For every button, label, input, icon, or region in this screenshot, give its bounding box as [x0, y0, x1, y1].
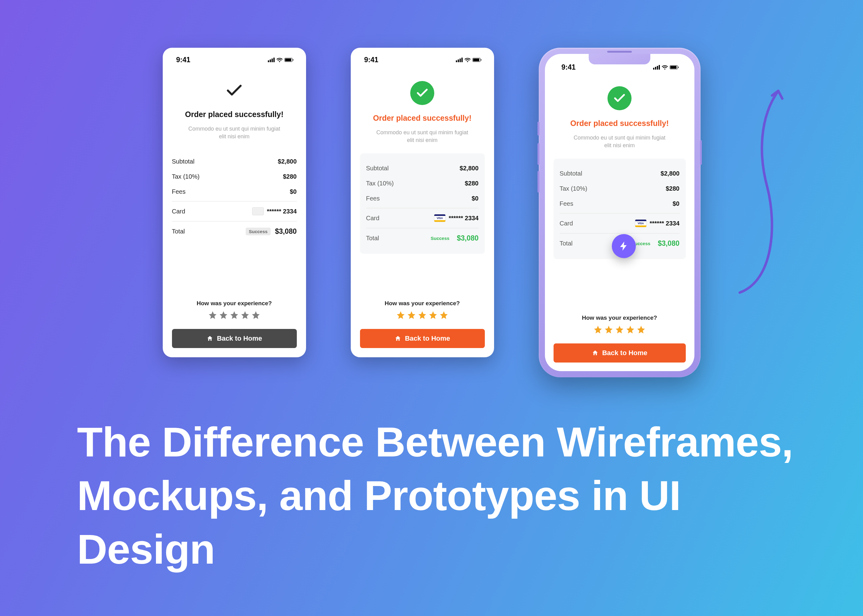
value-total: $3,080 [275, 227, 296, 236]
status-badge: Success [427, 234, 452, 242]
device-button [537, 122, 539, 135]
device-notch [589, 54, 650, 64]
device-button [700, 140, 702, 165]
order-subtitle: Commodo eu ut sunt qui minim fugiat elit… [373, 129, 472, 144]
rating-stars[interactable] [208, 310, 260, 320]
battery-icon [670, 65, 678, 69]
status-right [268, 58, 293, 62]
rating-stars[interactable] [396, 310, 449, 320]
receipt: Subtotal$2,800 Tax (10%)$280 Fees$0 Card… [360, 153, 485, 254]
label-tax: Tax (10%) [172, 173, 200, 180]
value-subtotal: $2,800 [660, 170, 679, 177]
star-icon[interactable] [240, 310, 250, 320]
row-card: CardVISA****** 2334 [366, 210, 479, 226]
label-card: Card [560, 220, 573, 227]
rating-area: How was your experience? [360, 291, 485, 320]
label-tax: Tax (10%) [366, 180, 394, 187]
phone-mockup: 9:41 Order placed successfully! Commodo … [351, 48, 494, 357]
button-label: Back to Home [217, 335, 262, 343]
back-to-home-button[interactable]: Back to Home [554, 343, 686, 363]
label-tax: Tax (10%) [560, 185, 587, 192]
value-tax: $280 [283, 173, 297, 180]
status-bar: 9:41 [172, 54, 297, 64]
label-card: Card [172, 208, 185, 215]
star-icon[interactable] [208, 310, 217, 320]
signal-icon [268, 58, 275, 62]
order-title: Order placed successfully! [185, 110, 283, 119]
star-icon[interactable] [428, 310, 438, 320]
value-fees: $0 [672, 200, 679, 207]
row-subtotal: Subtotal$2,800 [172, 154, 297, 169]
order-subtitle: Commodo eu ut sunt qui minim fugiat elit… [185, 125, 283, 140]
rating-stars[interactable] [593, 325, 646, 334]
value-card: ****** 2334 [650, 220, 680, 227]
star-icon[interactable] [593, 325, 603, 334]
star-icon[interactable] [396, 310, 405, 320]
rating-question: How was your experience? [385, 300, 460, 307]
phone-wireframe: 9:41 Order placed successfully! Commodo … [163, 48, 306, 357]
star-icon[interactable] [219, 310, 228, 320]
phone-prototype: 9:41 Order placed successfully! Commodo … [545, 54, 694, 371]
star-icon[interactable] [615, 325, 624, 334]
status-right [653, 65, 678, 70]
divider [366, 228, 479, 228]
value-fees: $0 [472, 195, 478, 202]
star-icon[interactable] [407, 310, 416, 320]
checkmark-circle-icon [608, 86, 632, 110]
divider [560, 213, 680, 214]
success-area: Order placed successfully! Commodo eu ut… [360, 81, 485, 144]
row-total: TotalSuccess$3,080 [366, 230, 479, 247]
value-tax: $280 [465, 180, 479, 187]
wifi-icon [276, 58, 283, 62]
wifi-icon [465, 58, 471, 62]
receipt: Subtotal$2,800 Tax (10%)$280 Fees$0 Card… [172, 150, 297, 244]
row-fees: Fees$0 [366, 191, 479, 206]
divider [172, 221, 297, 222]
success-area: Order placed successfully! Commodo eu ut… [172, 81, 297, 140]
status-time: 9:41 [562, 63, 576, 71]
row-tax: Tax (10%)$280 [560, 181, 680, 196]
label-subtotal: Subtotal [172, 158, 194, 165]
star-icon[interactable] [439, 310, 449, 320]
value-total: $3,080 [457, 234, 478, 242]
success-area: Order placed successfully! Commodo eu ut… [554, 86, 686, 149]
rating-area: How was your experience? [554, 305, 686, 334]
star-icon[interactable] [636, 325, 646, 334]
star-icon[interactable] [251, 310, 260, 320]
phones-row: 9:41 Order placed successfully! Commodo … [0, 48, 863, 377]
star-icon[interactable] [626, 325, 635, 334]
row-fees: Fees$0 [172, 184, 297, 199]
row-tax: Tax (10%)$280 [366, 176, 479, 191]
label-subtotal: Subtotal [560, 170, 582, 177]
phone-prototype-device: 9:41 Order placed successfully! Commodo … [539, 48, 701, 377]
signal-icon [653, 65, 660, 70]
label-subtotal: Subtotal [366, 165, 389, 172]
value-tax: $280 [666, 185, 680, 192]
visa-card-icon: VISA [434, 214, 446, 222]
star-icon[interactable] [604, 325, 613, 334]
divider [366, 208, 479, 208]
checkmark-icon [225, 81, 244, 101]
back-to-home-button[interactable]: Back to Home [172, 329, 297, 348]
device-button [537, 143, 539, 165]
visa-card-icon: VISA [635, 219, 647, 227]
star-icon[interactable] [230, 310, 239, 320]
device-speaker [607, 51, 632, 53]
status-time: 9:41 [364, 56, 378, 64]
value-subtotal: $2,800 [460, 165, 478, 172]
label-card: Card [366, 215, 380, 222]
row-tax: Tax (10%)$280 [172, 169, 297, 184]
label-fees: Fees [172, 188, 186, 195]
order-subtitle: Commodo eu ut sunt qui minim fugiat elit… [570, 134, 669, 149]
row-fees: Fees$0 [560, 196, 680, 211]
label-fees: Fees [366, 195, 380, 202]
wifi-icon [662, 65, 668, 70]
button-label: Back to Home [405, 335, 450, 343]
rating-question: How was your experience? [582, 314, 657, 321]
back-to-home-button[interactable]: Back to Home [360, 329, 485, 348]
checkmark-circle-icon [410, 81, 434, 105]
value-fees: $0 [290, 188, 296, 195]
value-subtotal: $2,800 [278, 158, 296, 165]
star-icon[interactable] [417, 310, 427, 320]
row-total: TotalSuccess$3,080 [172, 223, 297, 240]
